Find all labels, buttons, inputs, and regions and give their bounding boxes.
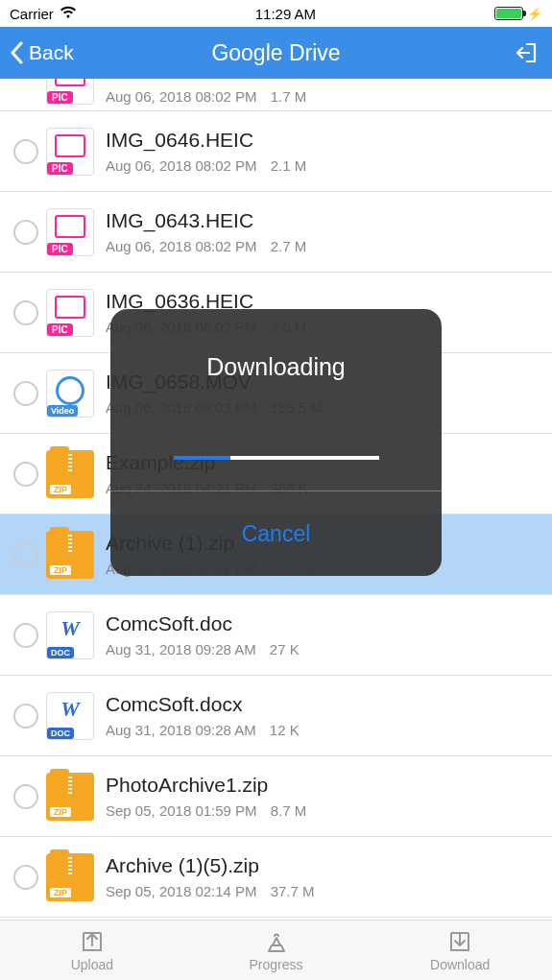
doc-icon: WDOC [46,611,94,659]
file-row[interactable]: PICAug 06, 2018 08:02 PM1.7 M [0,79,552,111]
file-name: PhotoArchive1.zip [106,774,544,797]
modal-title: Downloading [206,353,346,381]
zip-icon: ZIP [46,531,94,579]
zip-icon: ZIP [46,853,94,901]
file-name: IMG_0646.HEIC [106,129,544,152]
file-size: 1.7 M [271,88,307,105]
file-date: Aug 31, 2018 09:28 AM [106,641,256,657]
tab-download-label: Download [430,957,490,972]
file-size: 2.7 M [271,238,307,254]
file-name: Archive (1)(5).zip [106,854,544,877]
file-size: 27 K [270,641,300,657]
file-row[interactable]: PICIMG_0646.HEICAug 06, 2018 08:02 PM2.1… [0,111,552,192]
file-date: Aug 31, 2018 09:28 AM [106,722,256,738]
zip-icon: ZIP [46,773,94,821]
file-date: Aug 06, 2018 08:02 PM [106,238,257,254]
select-radio[interactable] [13,220,38,245]
select-radio[interactable] [13,623,38,648]
file-size: 2.1 M [271,157,307,174]
back-label: Back [29,41,74,64]
doc-icon: WDOC [46,692,94,740]
carrier-label: Carrier [10,6,54,22]
tab-download[interactable]: Download [368,920,552,980]
page-title: Google Drive [211,40,340,66]
back-button[interactable]: Back [10,41,74,64]
select-radio[interactable] [13,381,38,406]
select-radio[interactable] [13,865,38,890]
file-row[interactable]: ZIPPhotoArchive1.zipSep 05, 2018 01:59 P… [0,756,552,837]
clock: 11:29 AM [255,6,316,22]
tab-upload-label: Upload [71,957,113,972]
select-radio[interactable] [13,300,38,325]
tab-progress-label: Progress [249,957,302,972]
cancel-button[interactable]: Cancel [110,491,442,576]
tab-upload[interactable]: Upload [0,920,184,980]
file-date: Sep 05, 2018 02:14 PM [106,883,257,899]
file-date: Aug 06, 2018 08:02 PM [106,88,257,105]
pic-icon: PIC [46,208,94,256]
select-radio[interactable] [13,704,38,729]
pic-icon: PIC [46,79,94,105]
file-row[interactable]: WDOCComcSoft.docxAug 31, 2018 09:28 AM12… [0,676,552,756]
select-radio[interactable] [13,784,38,809]
status-bar: Carrier 11:29 AM ⚡ [0,0,552,27]
tab-progress[interactable]: Progress [184,920,369,980]
file-date: Aug 06, 2018 08:02 PM [106,157,257,174]
file-row[interactable]: ZIPArchive (1)(5).zipSep 05, 2018 02:14 … [0,837,552,918]
zip-icon: ZIP [46,450,94,498]
file-size: 8.7 M [271,802,307,819]
video-icon: Video [46,370,94,418]
file-date: Sep 05, 2018 01:59 PM [106,802,257,819]
file-name: IMG_0643.HEIC [106,209,544,232]
file-size: 12 K [270,722,300,738]
download-modal: Downloading Cancel [110,309,442,576]
tab-bar: Upload Progress Download [0,920,552,980]
battery-icon [494,7,523,20]
charging-icon: ⚡ [527,7,542,21]
nav-bar: Back Google Drive [0,27,552,79]
progress-bar [174,456,379,460]
wifi-icon [60,6,77,22]
logout-button[interactable] [514,38,542,67]
select-radio[interactable] [13,139,38,164]
select-radio[interactable] [13,542,38,567]
select-radio[interactable] [13,462,38,487]
file-row[interactable]: PICIMG_0643.HEICAug 06, 2018 08:02 PM2.7… [0,192,552,273]
pic-icon: PIC [46,289,94,337]
file-name: ComcSoft.doc [106,612,544,635]
file-name: ComcSoft.docx [106,693,544,716]
file-row[interactable]: WDOCComcSoft.docAug 31, 2018 09:28 AM27 … [0,595,552,676]
pic-icon: PIC [46,128,94,176]
file-size: 37.7 M [271,883,315,899]
